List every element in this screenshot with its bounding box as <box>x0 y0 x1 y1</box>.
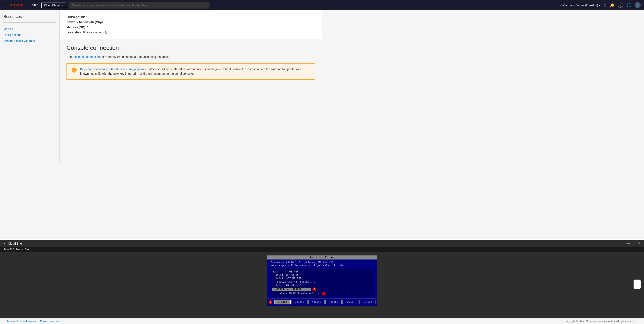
memory-value: 16 <box>87 25 90 29</box>
warning-keys-link[interactable]: Keys are periodically rotated for securi… <box>80 67 146 71</box>
sidebar: Resources Metrics Quick actions Attached… <box>0 10 60 162</box>
sidebar-item-metrics[interactable]: Metrics <box>4 26 56 32</box>
ocpu-count-value: 1 <box>86 15 88 19</box>
console-connection-link[interactable]: console connection <box>75 55 100 58</box>
search-input[interactable] <box>69 2 210 8</box>
desc-prefix: Use a <box>66 55 75 58</box>
sidebar-title: Resources <box>4 14 56 19</box>
console-connection-title: Console connection <box>66 44 315 51</box>
local-disk-value: Block storage only <box>83 31 107 34</box>
sidebar-item-attached-block-volumes[interactable]: Attached block volumes <box>4 38 56 44</box>
oracle-logo: ORACLE Cloud <box>10 3 39 7</box>
desc-suffix: to remotely troubleshoot a malfunctionin… <box>102 55 169 58</box>
warning-banner: ! Keys are periodically rotated for secu… <box>66 63 315 80</box>
network-bandwidth-label: Network bandwidth (Gbps): <box>66 20 106 24</box>
ocpu-count-label: OCPU count: <box>66 15 85 19</box>
hamburger-icon[interactable]: ☰ <box>4 3 7 7</box>
network-bandwidth-value: 1 <box>106 20 108 24</box>
info-panel: OCPU count: 1 Network bandwidth (Gbps): … <box>60 10 322 39</box>
cloud-classic-button[interactable]: Cloud Classic > <box>41 2 66 8</box>
memory-row: Memory (GB): 16 <box>66 25 315 30</box>
content-area: OCPU count: 1 Network bandwidth (Gbps): … <box>60 10 322 162</box>
local-disk-row: Local disk: Block storage only <box>66 30 315 35</box>
ocpu-count-row: OCPU count: 1 <box>66 14 315 19</box>
sidebar-item-quick-actions[interactable]: Quick actions <box>4 32 56 38</box>
network-bandwidth-row: Network bandwidth (Gbps): 1 <box>66 19 315 25</box>
console-connection-desc: Use a console connection to remotely tro… <box>66 55 315 59</box>
memory-label: Memory (GB): <box>66 25 86 29</box>
top-navigation: ☰ ORACLE Cloud Cloud Classic > Germany C… <box>0 0 322 10</box>
warning-icon: ! <box>72 67 77 73</box>
warning-text: Keys are periodically rotated for securi… <box>80 67 311 76</box>
local-disk-label: Local disk: <box>66 31 82 34</box>
console-section: Console connection Use a console connect… <box>60 39 322 85</box>
